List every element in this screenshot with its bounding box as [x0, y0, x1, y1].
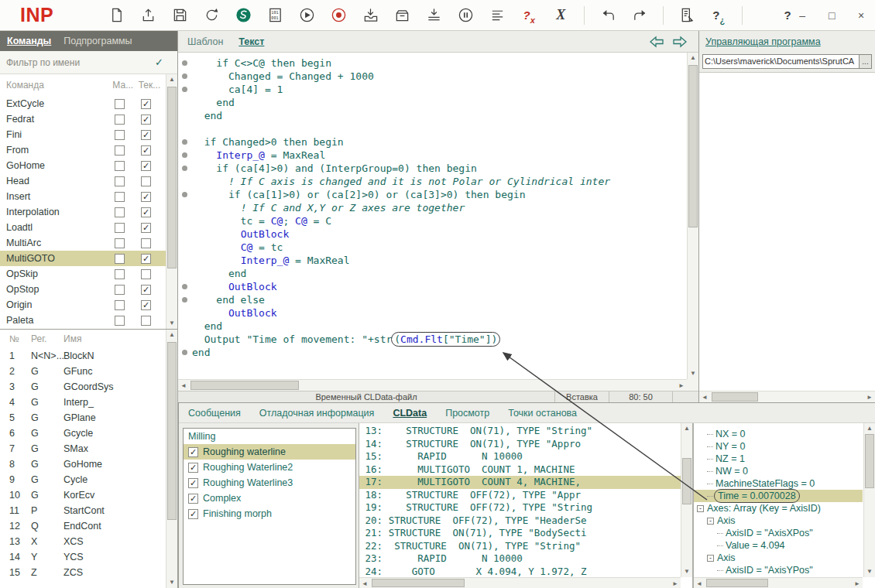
debug-expression-icon[interactable]: ?x [520, 7, 537, 24]
text-checkbox[interactable]: ✓ [141, 145, 151, 156]
expression-x-icon[interactable]: X [552, 7, 569, 24]
tree-item[interactable]: -Axis [694, 552, 863, 564]
cldata-line[interactable]: 16: MULTIGOTO COUNT 1, MACHINE [359, 463, 681, 477]
debug-help-icon[interactable]: ?¿ [710, 7, 727, 24]
insert-line-icon[interactable] [425, 7, 442, 24]
operation-checkbox[interactable]: ✓ [188, 478, 198, 488]
register-row[interactable]: 5GGPlane [0, 410, 166, 426]
nav-back-icon[interactable] [649, 36, 664, 48]
tab-messages[interactable]: Сообщения [188, 408, 241, 419]
commands-vertical-scrollbar[interactable]: ▲ ▼ [166, 74, 177, 329]
scroll-thumb[interactable] [190, 381, 299, 390]
code-line[interactable]: OutBlock [178, 280, 687, 293]
tree-vertical-scrollbar[interactable]: ▲ ▼ [863, 423, 875, 577]
scroll-up-icon[interactable]: ▲ [688, 53, 698, 63]
register-row[interactable]: 7GSMax [0, 441, 166, 456]
cldata-vertical-scrollbar[interactable]: ▲ ▼ [681, 423, 692, 577]
operation-item[interactable]: ✓Complex [184, 491, 355, 506]
command-row[interactable]: From✓ [0, 142, 166, 158]
program-path-field[interactable]: C:\Users\maverick\Documents\SprutCA [702, 54, 860, 69]
save-icon[interactable] [171, 7, 188, 24]
tree-horizontal-scrollbar[interactable]: ◄ ► [694, 577, 863, 588]
text-checkbox[interactable]: ✓ [141, 300, 151, 310]
editor-horizontal-scrollbar[interactable]: ◄ ► [178, 379, 687, 391]
command-row[interactable]: Interpolation✓ [0, 204, 166, 220]
redo-icon[interactable] [631, 7, 648, 24]
export-file-icon[interactable] [139, 7, 156, 24]
command-row[interactable]: GoHome✓ [0, 158, 166, 173]
operation-item[interactable]: ✓Finishing morph [184, 506, 355, 521]
scroll-down-icon[interactable]: ▼ [166, 577, 177, 588]
command-row[interactable]: Insert✓ [0, 189, 166, 204]
edit-document-icon[interactable] [678, 7, 695, 24]
tree-item[interactable]: MachineStateFlags = 0 [694, 477, 863, 490]
collapse-toggle-icon[interactable]: - [707, 518, 714, 525]
code-line[interactable]: OutBlock [178, 227, 687, 241]
scroll-down-icon[interactable]: ▼ [681, 566, 692, 577]
operation-item[interactable]: ✓Roughing Waterline3 [184, 475, 355, 491]
scroll-left-icon[interactable]: ◄ [178, 380, 189, 391]
code-line[interactable]: ca[4] = 1 [178, 83, 687, 96]
scroll-up-icon[interactable]: ▲ [864, 423, 875, 434]
operation-checkbox[interactable]: ✓ [188, 463, 198, 473]
tree-item[interactable]: -Axis [694, 514, 863, 527]
scroll-thumb[interactable] [688, 65, 698, 227]
format-list-icon[interactable] [489, 7, 506, 24]
register-row[interactable]: 1N<N>...BlockN [0, 348, 166, 364]
run-icon[interactable] [298, 7, 315, 24]
binary-file-icon[interactable]: 101001 [266, 7, 283, 24]
code-line[interactable] [178, 122, 687, 135]
tab-cldata[interactable]: CLData [393, 408, 427, 419]
register-row[interactable]: 15ZZCS [0, 565, 166, 580]
operation-item[interactable]: ✓Roughing waterline [184, 444, 355, 460]
cldata-line[interactable]: 19: STRUCTURE OFF(72), TYPE "String [359, 501, 681, 514]
column-command[interactable]: Команда [0, 80, 112, 91]
help-icon[interactable]: ? [779, 7, 796, 24]
column-name[interactable]: Имя [63, 333, 81, 344]
tree-item[interactable]: AxisID = "AxisYPos" [694, 564, 863, 576]
command-row[interactable]: Fedrat✓ [0, 111, 166, 127]
text-checkbox[interactable]: ✓ [141, 161, 151, 171]
maximize-button[interactable]: □ [825, 9, 838, 22]
cldata-line[interactable]: 17: MULTIGOTO COUNT 4, MACHINE, [359, 476, 681, 489]
code-line[interactable]: if (ca[4]>0) and (InterpGroup=0) then be… [178, 162, 687, 175]
tab-view[interactable]: Просмотр [445, 408, 489, 419]
collapse-toggle-icon[interactable]: - [697, 505, 704, 512]
open-tray-icon[interactable] [393, 7, 410, 24]
cldata-horizontal-scrollbar[interactable]: ◄ ► [359, 577, 681, 588]
code-line[interactable]: end [178, 109, 687, 122]
code-line[interactable]: tc = C@; C@ = C [178, 214, 687, 227]
text-checkbox[interactable]: ✓ [141, 192, 151, 202]
filter-check-icon[interactable]: ✓ [155, 56, 163, 68]
machine-checkbox[interactable] [115, 176, 125, 186]
scroll-down-icon[interactable]: ▼ [864, 566, 875, 577]
column-number[interactable]: № [0, 333, 31, 344]
command-row[interactable]: ExtCycle✓ [0, 96, 166, 111]
tab-template[interactable]: Шаблон [187, 36, 223, 47]
scroll-thumb[interactable] [682, 458, 691, 504]
machine-checkbox[interactable] [115, 192, 125, 202]
register-row[interactable]: 10GKorEcv [0, 487, 166, 503]
code-area[interactable]: if C<>C@ then begin Changed = Changed + … [178, 53, 687, 379]
machine-checkbox[interactable] [115, 130, 125, 140]
program-horizontal-scrollbar[interactable]: ◄ ► [699, 391, 875, 402]
scroll-down-icon[interactable]: ▼ [688, 368, 698, 379]
register-row[interactable]: 12QEndCont [0, 518, 166, 534]
collapse-toggle-icon[interactable]: - [707, 555, 714, 562]
machine-checkbox[interactable] [115, 300, 125, 310]
register-row[interactable]: 8GGoHome [0, 456, 166, 472]
program-output-area[interactable] [699, 72, 875, 391]
code-line[interactable]: end [178, 96, 687, 109]
scroll-thumb[interactable] [865, 434, 874, 488]
reload-icon[interactable] [203, 7, 220, 24]
code-line[interactable]: if C<>C@ then begin [178, 56, 687, 70]
scroll-thumb[interactable] [712, 392, 758, 402]
tab-breakpoints[interactable]: Точки останова [508, 408, 577, 419]
import-cldata-icon[interactable] [362, 7, 379, 24]
operations-group-label[interactable]: Milling [184, 429, 355, 444]
text-checkbox[interactable]: ✓ [141, 254, 151, 264]
register-row[interactable]: 3GGCoordSys [0, 379, 166, 395]
machine-checkbox[interactable] [115, 223, 125, 233]
text-checkbox[interactable]: ✓ [141, 115, 151, 125]
tree-item[interactable]: NX = 0 [694, 428, 863, 440]
